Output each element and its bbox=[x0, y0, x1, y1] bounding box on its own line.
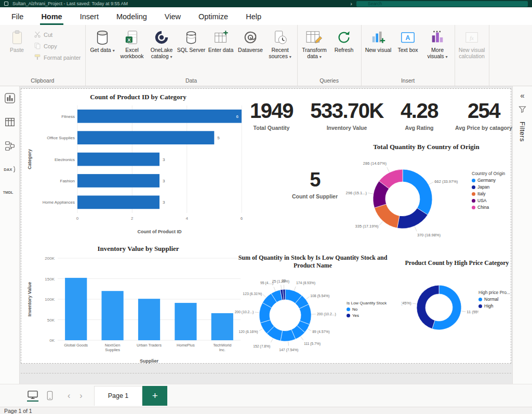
page-navigation-bar: ‹ › Page 1 + bbox=[0, 384, 532, 407]
new-visual-calculation-button[interactable]: fxNew visual calculation bbox=[457, 28, 487, 61]
visual-quantity-in-stock-by-low-stock[interactable]: Sum of Quantity in Stock by Is Low Quant… bbox=[227, 253, 398, 359]
legend-item-japan[interactable]: Japan bbox=[472, 184, 512, 190]
legend-item-usa[interactable]: USA bbox=[472, 198, 512, 203]
legend-item-no[interactable]: No bbox=[347, 307, 394, 312]
format-painter-button[interactable]: Format painter bbox=[32, 52, 83, 63]
svg-text:200K: 200K bbox=[45, 256, 55, 261]
donut-chart[interactable]: 11 (55%)9 (45%) bbox=[402, 268, 478, 343]
ribbon-group-label: Clipboard bbox=[2, 76, 83, 86]
svg-text:23: 23 bbox=[282, 279, 286, 283]
text-box-icon: A bbox=[400, 30, 416, 45]
column-chart-plot[interactable]: 0K50K100K150K200KGlobal GoodsNextGenSupp… bbox=[25, 254, 251, 366]
new-visual-button[interactable]: New visual bbox=[364, 28, 393, 55]
menu-home[interactable]: Home bbox=[40, 9, 63, 25]
mobile-view-icon[interactable] bbox=[47, 391, 53, 402]
legend-dot bbox=[478, 298, 482, 301]
svg-text:11 (55%): 11 (55%) bbox=[467, 310, 478, 314]
onelake-catalog-button[interactable]: OneLake catalog ▾ bbox=[147, 28, 177, 61]
svg-text:335 (17.19%): 335 (17.19%) bbox=[355, 224, 379, 229]
menu-modeling[interactable]: Modeling bbox=[115, 9, 148, 25]
legend-item-high[interactable]: High bbox=[478, 303, 512, 309]
menu-view[interactable]: View bbox=[164, 9, 182, 25]
rail-item-report-view[interactable] bbox=[4, 92, 16, 106]
chart-title: Inventory Value by Supplier bbox=[25, 244, 251, 254]
legend-item-italy[interactable]: Italy bbox=[472, 191, 512, 196]
chevron-right-icon[interactable]: › bbox=[350, 1, 352, 6]
menu-file[interactable]: File bbox=[10, 9, 24, 25]
menu-insert[interactable]: Insert bbox=[79, 9, 100, 25]
svg-text:0: 0 bbox=[76, 216, 79, 221]
dataverse-button[interactable]: Dataverse bbox=[236, 28, 265, 55]
table-view-icon bbox=[4, 116, 16, 130]
donut-chart[interactable]: 662 (33.97%)370 (18.98%)335 (17.19%)296 … bbox=[339, 152, 472, 244]
svg-text:200 (10.2...): 200 (10.2...) bbox=[235, 310, 254, 314]
svg-text:0K: 0K bbox=[49, 338, 55, 343]
enter-data-button[interactable]: Enter data bbox=[206, 28, 236, 55]
search-input[interactable] bbox=[356, 1, 528, 7]
card-label: Avg Price by catagory bbox=[455, 125, 512, 131]
legend-item-china[interactable]: China bbox=[472, 205, 512, 210]
svg-text:Fashion: Fashion bbox=[60, 179, 75, 183]
model-view-icon bbox=[4, 140, 16, 154]
card-label: Count of Supplier bbox=[292, 193, 338, 199]
more-visuals-button[interactable]: More visuals ▾ bbox=[423, 28, 453, 61]
ribbon-group-calculations: fxNew visual calculation bbox=[455, 25, 489, 86]
card-total-quantity[interactable]: 1949 Total Quantity bbox=[250, 100, 293, 131]
svg-text:Supplier: Supplier bbox=[140, 358, 159, 364]
donut-chart[interactable]: 174 (8.93%)108 (5.54%)200 (10.2...)89 (4… bbox=[227, 271, 347, 360]
filters-panel-label[interactable]: Filters bbox=[518, 122, 526, 142]
visual-count-of-product-id-by-category[interactable]: Count of Product ID by Category 0246Fitn… bbox=[25, 92, 251, 242]
refresh-button[interactable]: Refresh bbox=[329, 28, 359, 55]
more-visuals-icon bbox=[430, 30, 445, 45]
chart-legend: High price Pro...NormalHigh bbox=[478, 290, 512, 310]
format-painter-icon bbox=[34, 54, 41, 62]
filter-icon[interactable] bbox=[518, 105, 526, 115]
card-label: Total Quantity bbox=[254, 125, 290, 131]
visual-product-count-by-high-price[interactable]: Product Count by High Price Category 11 … bbox=[402, 258, 512, 360]
legend-title: Is Low Quantity Stock bbox=[347, 301, 394, 305]
get-data-button[interactable]: Get data ▾ bbox=[88, 28, 117, 55]
desktop-view-icon[interactable] bbox=[27, 390, 38, 402]
rail-item-table-view[interactable] bbox=[4, 116, 16, 130]
card-avg-price[interactable]: 254 Avg Price by catagory bbox=[455, 100, 512, 131]
page-tab[interactable]: Page 1 bbox=[94, 386, 143, 406]
cut-button[interactable]: Cut bbox=[32, 29, 83, 41]
report-view-icon bbox=[4, 92, 16, 106]
report-page[interactable]: Count of Product ID by Category 0246Fitn… bbox=[21, 88, 511, 364]
svg-text:111 (5.7%): 111 (5.7%) bbox=[304, 342, 321, 346]
collapse-panel-icon[interactable]: « bbox=[520, 91, 524, 99]
legend-dot bbox=[472, 179, 475, 182]
previous-page-icon[interactable]: ‹ bbox=[68, 391, 70, 400]
recent-sources-button[interactable]: Recent sources ▾ bbox=[265, 28, 295, 61]
copy-button[interactable]: Copy bbox=[32, 41, 83, 52]
rail-item-dax-query-view[interactable]: DAX bbox=[3, 164, 17, 177]
bar-chart-plot[interactable]: 0246Fitness6Office Supplies5Electronics3… bbox=[25, 102, 251, 237]
visual-total-quantity-by-country[interactable]: Total Quantity By Country of Origin 662 … bbox=[339, 142, 512, 248]
legend-item-germany[interactable]: Germany bbox=[472, 178, 512, 183]
excel-workbook-button[interactable]: XExcel workbook bbox=[117, 28, 147, 61]
next-page-icon[interactable]: › bbox=[79, 391, 82, 400]
chart-title: Product Count by High Price Category bbox=[402, 258, 512, 268]
menu-help[interactable]: Help bbox=[245, 9, 262, 25]
svg-text:286 (14.67%): 286 (14.67%) bbox=[363, 162, 387, 166]
add-page-button[interactable]: + bbox=[142, 386, 167, 406]
legend-item-normal[interactable]: Normal bbox=[478, 297, 512, 302]
svg-text:662 (33.97%): 662 (33.97%) bbox=[434, 179, 458, 184]
legend-item-yes[interactable]: Yes bbox=[347, 313, 394, 318]
svg-text:NextGen: NextGen bbox=[105, 343, 121, 348]
svg-text:fx: fx bbox=[470, 35, 474, 41]
card-avg-rating[interactable]: 4.28 Avg Rating bbox=[401, 100, 438, 131]
paste-button[interactable]: Paste bbox=[2, 28, 32, 55]
card-inventory-value[interactable]: 533.70K Inventory Value bbox=[310, 100, 383, 131]
svg-text:296 (15.1...): 296 (15.1...) bbox=[346, 191, 367, 195]
text-box-button[interactable]: AText box bbox=[393, 28, 423, 55]
visual-inventory-value-by-supplier[interactable]: Inventory Value by Supplier 0K50K100K150… bbox=[25, 244, 251, 367]
menu-optimize[interactable]: Optimize bbox=[197, 9, 229, 25]
transform-data-button[interactable]: Transform data ▾ bbox=[300, 28, 329, 61]
rail-item-model-view[interactable] bbox=[4, 140, 16, 154]
rail-item-tmdl-view[interactable]: TMDL bbox=[3, 187, 17, 199]
svg-text:Supplies: Supplies bbox=[105, 348, 120, 352]
svg-text:3: 3 bbox=[163, 179, 165, 183]
sql-server-button[interactable]: SQL Server bbox=[177, 28, 206, 55]
card-value: 4.28 bbox=[401, 100, 438, 121]
